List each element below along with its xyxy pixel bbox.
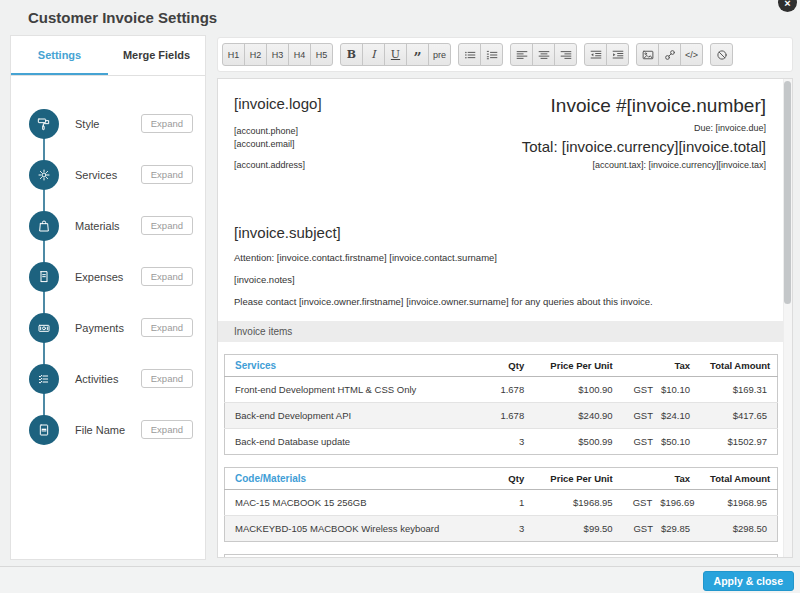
h1-button[interactable]: H1 [222, 43, 245, 66]
h3-button[interactable]: H3 [266, 43, 289, 66]
expand-button-style[interactable]: Expand [141, 114, 193, 133]
item-price: $1968.95 [534, 489, 622, 515]
invoice-number-placeholder: Invoice #[invoice.number] [522, 95, 766, 117]
indent-button[interactable] [606, 43, 629, 66]
h5-button[interactable]: H5 [310, 43, 333, 66]
invoice-contact-line: Please contact [invoice.owner.firstname]… [234, 296, 766, 307]
invoice-subject-placeholder: [invoice.subject] [234, 224, 766, 241]
sidebar-item-payments: PaymentsExpand [11, 302, 205, 353]
align-center-icon [538, 49, 550, 61]
item-tax: GST$50.10 [623, 428, 700, 454]
expand-button-services[interactable]: Expand [141, 165, 193, 184]
table-title[interactable]: Code/Materials [225, 467, 485, 489]
outdent-icon [590, 49, 602, 61]
account-phone-placeholder: [account.phone] [234, 125, 322, 138]
sidebar-item-label: Style [75, 118, 141, 130]
expand-button-activities[interactable]: Expand [141, 369, 193, 388]
editor-scrollbar-track[interactable] [783, 79, 792, 557]
tab-merge-fields[interactable]: Merge Fields [108, 36, 205, 75]
invoice-template-editor[interactable]: [invoice.logo] [account.phone] [account.… [217, 78, 793, 558]
apply-and-close-button[interactable]: Apply & close [703, 571, 794, 591]
sidebar-item-style: StyleExpand [11, 98, 205, 149]
sidebar-item-services: ServicesExpand [11, 149, 205, 200]
item-total: $298.50 [700, 515, 777, 541]
invoice-items-header: Invoice items [218, 321, 792, 342]
align-left-icon [516, 49, 528, 61]
item-description: Back-end Database update [225, 428, 485, 454]
expand-button-materials[interactable]: Expand [141, 216, 193, 235]
editor-scrollbar-thumb[interactable] [784, 81, 791, 304]
editor-toolbar: H1H2H3H4H5BIU”pre</> [217, 37, 793, 72]
item-total: $169.31 [700, 376, 777, 402]
unordered-list-button[interactable] [458, 43, 481, 66]
table-row: MACKEYBD-105 MACBOOK Wireless keyboard3$… [225, 515, 778, 541]
pre-button[interactable]: pre [428, 43, 451, 66]
footer-bar: Apply & close [0, 566, 800, 593]
sidebar-tabs: SettingsMerge Fields [11, 36, 205, 76]
invoice-notes-placeholder: [invoice.notes] [234, 274, 766, 285]
close-icon[interactable]: × [778, 0, 797, 12]
table-title[interactable]: Expenses [225, 554, 485, 558]
outdent-button[interactable] [584, 43, 607, 66]
item-description: MACKEYBD-105 MACBOOK Wireless keyboard [225, 515, 485, 541]
invoice-total-placeholder: Total: [invoice.currency][invoice.total] [522, 138, 766, 155]
svg-text:PDF: PDF [42, 428, 47, 430]
item-description: Front-end Development HTML & CSS Only [225, 376, 485, 402]
pdf-file-icon: PDF [29, 415, 59, 445]
link-button[interactable] [658, 43, 681, 66]
ordered-list-button[interactable] [480, 43, 503, 66]
bold-button[interactable]: B [340, 43, 363, 66]
item-tax: GST$24.10 [623, 402, 700, 428]
expand-button-payments[interactable]: Expand [141, 318, 193, 337]
h2-button[interactable]: H2 [244, 43, 267, 66]
unordered-list-icon [464, 49, 476, 61]
tab-settings[interactable]: Settings [11, 36, 108, 75]
item-qty: 1.678 [484, 376, 534, 402]
invoice-table-services: ServicesQtyPrice Per UnitTaxTotal Amount… [224, 354, 778, 455]
shopping-bag-icon [29, 211, 59, 241]
table-title[interactable]: Services [225, 354, 485, 376]
column-header-tax: Tax [623, 354, 700, 376]
item-description: Back-end Development API [225, 402, 485, 428]
invoice-tax-placeholder: [account.tax]: [invoice.currency][invoic… [522, 159, 766, 172]
indent-icon [612, 49, 624, 61]
expand-button-expenses[interactable]: Expand [141, 267, 193, 286]
blockquote-button[interactable]: ” [406, 43, 429, 66]
item-price: $100.90 [534, 376, 622, 402]
column-header-total-amount: Total Amount [700, 467, 777, 489]
italic-button[interactable]: I [362, 43, 385, 66]
h4-button[interactable]: H4 [288, 43, 311, 66]
align-right-button[interactable] [554, 43, 577, 66]
item-tax: GST$196.69 [623, 489, 700, 515]
toolbar-group [710, 43, 733, 66]
clear-format-button[interactable] [710, 43, 733, 66]
column-header-qty: Qty [484, 354, 534, 376]
column-header-total-amount: Total Amount [700, 554, 777, 558]
expand-button-file-name[interactable]: Expand [141, 420, 193, 439]
toolbar-group: BIU”pre [340, 43, 451, 66]
toolbar-group: H1H2H3H4H5 [222, 43, 333, 66]
code-button[interactable]: </> [680, 43, 703, 66]
item-qty: 1.678 [484, 402, 534, 428]
item-qty: 1 [484, 489, 534, 515]
sidebar-item-file-name: PDFFile NameExpand [11, 404, 205, 455]
align-left-button[interactable] [510, 43, 533, 66]
settings-sidebar: SettingsMerge Fields StyleExpandServices… [10, 35, 206, 560]
column-header-qty: Qty [484, 467, 534, 489]
sidebar-item-label: Payments [75, 322, 141, 334]
item-tax: GST$10.10 [623, 376, 700, 402]
sidebar-item-activities: ActivitiesExpand [11, 353, 205, 404]
table-row: MAC-15 MACBOOK 15 256GB1$1968.95GST$196.… [225, 489, 778, 515]
align-center-button[interactable] [532, 43, 555, 66]
toolbar-group [458, 43, 503, 66]
invoice-attention-line: Attention: [invoice.contact.firstname] [… [234, 252, 766, 263]
sidebar-item-label: File Name [75, 424, 141, 436]
invoice-table-expenses: ExpensesQtyPrice Per UnitTaxTotal Amount… [224, 554, 778, 558]
link-icon [664, 49, 676, 61]
image-button[interactable] [636, 43, 659, 66]
underline-button[interactable]: U [384, 43, 407, 66]
cash-icon [29, 313, 59, 343]
item-total: $1502.97 [700, 428, 777, 454]
invoice-table-code-materials: Code/MaterialsQtyPrice Per UnitTaxTotal … [224, 467, 778, 542]
invoice-tables: ServicesQtyPrice Per UnitTaxTotal Amount… [218, 342, 792, 558]
